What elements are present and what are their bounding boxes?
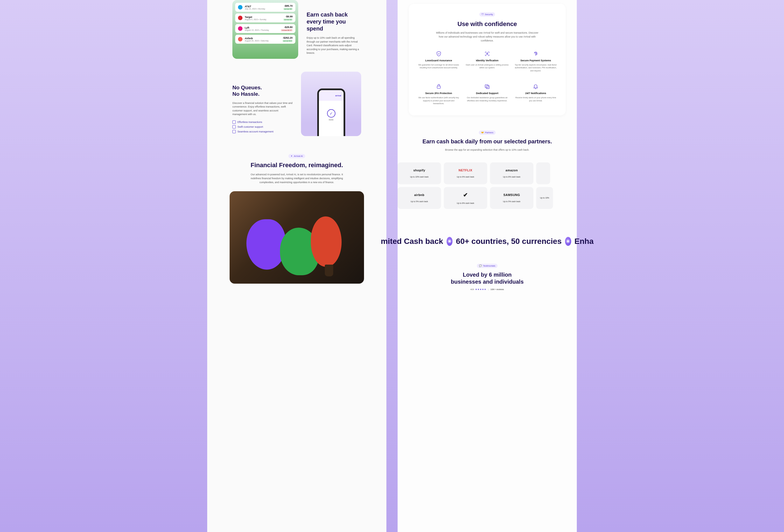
partner-card[interactable]: airbnbUp to 5% cash back	[398, 187, 441, 209]
partners-sub: Browse the app for an expanding selectio…	[398, 148, 577, 151]
security-item-title: 24/7 Notifications	[514, 92, 557, 95]
partner-card[interactable]: NETFLIXUp to 6% cash back	[444, 162, 487, 184]
support-icon	[484, 83, 490, 90]
handshake-icon: 🤝	[481, 131, 484, 134]
partner-card[interactable]	[536, 162, 550, 184]
rating-value: 4.9	[470, 288, 474, 291]
transaction-date: August 26, 2023 • Saturday	[245, 40, 280, 42]
transaction-amount: -$85.70	[283, 4, 292, 7]
security-title: Use with confidence	[417, 21, 557, 28]
transaction-badge: missed $0.57	[281, 29, 292, 31]
partner-cashback: Up to 5% cash back	[503, 200, 520, 202]
security-item-body: Our dedicated assistance group guarantee…	[466, 96, 508, 102]
arrival-ai-section: ✦Arrival AI Financial Freedom, reimagine…	[218, 153, 375, 284]
partner-cashback: Up to 5% cash back	[411, 200, 428, 202]
security-item: 24/7 Notifications Receive timely alerts…	[514, 83, 557, 105]
bullet-item: Effortless transactions	[232, 120, 293, 124]
security-item-title: Secure Payment Systems	[514, 59, 557, 62]
merchant-name: AT&T	[245, 5, 281, 8]
partner-card[interactable]: amazonUp to 8% cash back	[490, 162, 533, 184]
partner-cashback: Up to 6% cash back	[457, 176, 474, 178]
security-item: Identity Verfication Each user on Arriva…	[466, 51, 508, 73]
security-item-body: Each user on Arrival undergoes a vetting…	[466, 63, 508, 69]
security-item-title: LossGuard Assurance	[417, 59, 460, 62]
phone-illustration: arrival ✓ Done	[301, 72, 361, 136]
reviews-count: 10K+ reviews	[490, 288, 504, 291]
bullet-item: Swift customer support	[232, 125, 293, 129]
ai-title: Financial Freedom, reimagined.	[230, 162, 364, 169]
security-body: Millions of individuals and businesses u…	[434, 31, 540, 43]
partner-brand: ✔	[463, 192, 468, 198]
bullet-item: Seamless account management	[232, 130, 293, 133]
partner-brand: amazon	[506, 169, 518, 172]
merchant-icon	[238, 5, 243, 9]
stars-icon: ★★★★★	[475, 288, 486, 291]
sparkle-icon: ✳	[565, 237, 571, 246]
security-item-body: We use factor-authentication (with secur…	[417, 96, 460, 105]
left-page: AT&TJuly 23, 2023 • Monday -$85.70earned…	[207, 0, 386, 532]
lock-icon	[436, 83, 442, 90]
security-item: LossGuard Assurance We guarantee full co…	[417, 51, 460, 73]
partner-cashback: Up to 8% cash back	[503, 176, 520, 178]
svg-rect-3	[486, 86, 489, 89]
partner-card[interactable]: Up to 10%	[536, 187, 553, 209]
section-pill: ✦Arrival AI	[288, 154, 305, 158]
merchant-icon	[238, 26, 243, 31]
section-pill: 💬Testimonials	[477, 264, 498, 268]
marquee-text: mited Cash back	[381, 237, 443, 246]
svg-point-0	[487, 53, 488, 54]
separator: |	[488, 288, 488, 291]
security-grid: LossGuard Assurance We guarantee full co…	[417, 51, 557, 105]
partner-row: MSUNGcash back shopifyUp to 10% cash bac…	[398, 162, 577, 184]
partner-card[interactable]: ✔Up to 8% cash back	[444, 187, 487, 209]
partners-section: 🤝Partners Earn cash back daily from our …	[398, 129, 577, 220]
check-icon: ✓	[327, 109, 335, 118]
partner-card[interactable]: shopifyUp to 10% cash back	[398, 162, 441, 184]
rating-row: 4.9 ★★★★★ | 10K+ reviews	[398, 288, 577, 291]
cashback-section: AT&TJuly 23, 2023 • Monday -$85.70earned…	[232, 0, 361, 59]
ai-body: Our advanced AI-powered tool, Arrival AI…	[246, 173, 347, 185]
partners-title: Earn cash back daily from our selected p…	[398, 138, 577, 145]
cashback-body: Enjoy up to 10% cash back on all spendin…	[307, 36, 361, 55]
transaction-row: AT&TJuly 23, 2023 • Monday -$85.70earned…	[235, 3, 296, 12]
transaction-amount: -$28.80	[281, 26, 292, 29]
partner-brand: shopify	[413, 169, 425, 172]
security-item-body: We guarantee full coverage for all direc…	[417, 63, 460, 69]
marquee-text: 60+ countries, 50 currencies	[456, 237, 561, 246]
sparkle-icon: ✦	[291, 155, 292, 157]
shield-check-icon	[436, 51, 442, 57]
merchant-icon	[238, 37, 243, 41]
security-item: Secure 2FA Protection We use factor-auth…	[417, 83, 460, 105]
merchant-name: Lyft	[245, 26, 279, 29]
partner-cashback: Up to 10%	[540, 197, 549, 199]
cashback-title: Earn cash back every time you spend	[307, 11, 361, 32]
no-queues-section: No Queues.No Hassle. Discover a financia…	[232, 72, 361, 136]
transaction-badge: earned $19	[282, 40, 292, 42]
merchant-icon	[238, 16, 243, 20]
merchant-name: Target	[245, 16, 281, 19]
no-queues-body: Discover a financial solution that value…	[232, 101, 293, 116]
svg-rect-1	[437, 86, 441, 88]
security-item-title: Secure 2FA Protection	[417, 92, 460, 95]
marquee-band: mited Cash back ✳ 60+ countries, 50 curr…	[381, 220, 594, 263]
identity-icon	[484, 51, 490, 57]
transaction-date: August 19, 2023 • Thursday	[245, 29, 279, 31]
chat-icon: 💬	[479, 264, 482, 267]
transactions-illustration: AT&TJuly 23, 2023 • Monday -$85.70earned…	[232, 0, 298, 59]
partner-row: airbnbUp to 5% cash back ✔Up to 8% cash …	[398, 187, 577, 209]
security-item: Dedicated Support Our dedicated assistan…	[466, 83, 508, 105]
transaction-date: August 6, 2023 • Sunday	[245, 19, 281, 21]
section-pill: 🛡Security	[479, 12, 495, 17]
security-item-body: Receive timely alerts on your phone ever…	[514, 96, 557, 102]
security-item-title: Identity Verfication	[466, 59, 508, 62]
transaction-row: TargetAugust 6, 2023 • Sunday -$6.99earn…	[235, 13, 296, 22]
hero-image	[230, 191, 364, 284]
security-item-body: Top-tier security aspects encompass: dua…	[514, 63, 557, 73]
security-item: Secure Payment Systems Top-tier security…	[514, 51, 557, 73]
partner-card[interactable]: SAMSUNGUp to 5% cash back	[490, 187, 533, 209]
fingerprint-icon	[533, 51, 539, 57]
transaction-badge: earned $2	[283, 19, 292, 21]
sparkle-icon: ✳	[447, 237, 453, 246]
transaction-amount: -$262.20	[282, 36, 292, 39]
transaction-badge: earned $5	[283, 8, 292, 10]
